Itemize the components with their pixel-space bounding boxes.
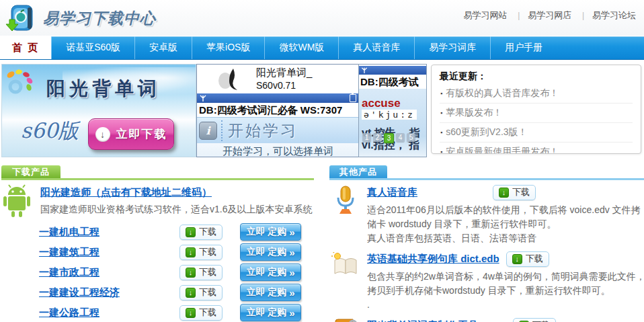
banner-download-label: 立即下载	[116, 126, 167, 142]
download-arrow-icon: ↓	[186, 247, 196, 257]
chevron-right-icon: »	[289, 227, 294, 238]
book-icon	[331, 252, 360, 276]
download-button[interactable]: ↓ 下载	[493, 185, 536, 200]
download-button[interactable]: ↓ 下载	[506, 251, 549, 267]
other-product: 英语基础共享例句库 dict.edb ↓ 下载 包含共享的约2w单词音标，4w单…	[329, 251, 644, 312]
product-link[interactable]: 一建机电工程	[39, 226, 179, 239]
order-button-label: 立即 定购	[246, 266, 286, 278]
order-button[interactable]: 立即 定购 »	[240, 264, 301, 281]
product-description: 国家建造师职业资格考试练习软件，适合v1.6及以上版本安卓系统	[40, 204, 312, 216]
menu-selected-label: 开始学习	[221, 120, 298, 141]
download-row: 一建公路工程 ↓ 下载 立即 定购 »	[39, 305, 321, 321]
product-description: 包含共享的约2w单词音标，4w单词的例句，简明词典需要此文件，下 拷贝到手机存储…	[367, 270, 644, 312]
nav-tab[interactable]: 苹果iOS版	[192, 36, 264, 59]
download-arrow-icon: ↓	[186, 308, 196, 318]
download-button-label: 下载	[512, 186, 530, 198]
page-dot[interactable]: 3	[384, 133, 394, 143]
product-link[interactable]: 阳光背单词词库制作工具 UTF8	[367, 319, 506, 322]
section-tab-others[interactable]: 其他产品	[329, 165, 387, 178]
logo[interactable]: 易学习下载中心	[5, 3, 156, 33]
download-arrow-icon: ↓	[95, 127, 110, 142]
chevron-right-icon: »	[289, 307, 294, 319]
nav-tab[interactable]: 真人语音库	[338, 36, 414, 59]
nav-tab[interactable]: 微软WM版	[264, 36, 338, 59]
status-bar	[359, 66, 426, 75]
recent-updates-panel: 最近更新： ▪ 有版权的真人语音库发布！ ▪ 苹果版发布！ ▪ s60更新到V2…	[431, 65, 641, 154]
download-button-label: 下载	[532, 319, 550, 322]
product-link[interactable]: 一建建筑工程	[39, 246, 179, 259]
download-button[interactable]: ↓ 下载	[179, 285, 223, 300]
order-button[interactable]: 立即 定购 »	[240, 243, 301, 261]
update-item-label: 苹果版发布！	[446, 107, 502, 119]
nav-tab[interactable]: 诺基亚S60版	[51, 36, 134, 59]
app-name: 阳光背单词_	[256, 67, 312, 79]
nav-tab[interactable]: 安卓版	[134, 36, 192, 59]
chevron-right-icon: »	[289, 287, 294, 298]
nav-tab-home[interactable]: 首 页	[0, 36, 51, 59]
download-button[interactable]: ↓ 下载	[513, 318, 556, 322]
download-button-label: 下载	[199, 307, 216, 319]
download-button[interactable]: ↓ 下载	[179, 245, 223, 260]
download-button[interactable]: ↓ 下载	[179, 265, 223, 280]
db-line: DB:四级考试	[359, 75, 426, 89]
order-button[interactable]: 立即 定购 »	[240, 223, 301, 241]
product-link[interactable]: 一建建设工程经济	[39, 286, 179, 299]
download-arrow-icon: ↓	[512, 254, 522, 264]
menu-selected-row[interactable]: i 开始学习	[197, 117, 359, 145]
product-link[interactable]: 一建公路工程	[39, 307, 179, 319]
product-link[interactable]: 阳光建造师（点击有下载地址二维码）	[40, 186, 212, 198]
section-underline-downloads	[1, 178, 314, 180]
phone-screenshot-2: DB:四级考试 accuse ə'kju:z vt.控告， 指 1 2 3 4 …	[358, 64, 427, 157]
update-item-label: 有版权的真人语音库发布！	[446, 87, 559, 99]
link-separator: |	[582, 11, 584, 20]
update-item-label: s60更新到V2.3版！	[446, 126, 527, 138]
bullet-icon: ▪	[440, 90, 442, 97]
product-link[interactable]: 英语基础共享例句库 dict.edb	[367, 253, 499, 266]
product-link[interactable]: 真人语音库	[367, 186, 417, 199]
download-button[interactable]: ↓ 下载	[179, 225, 223, 240]
app-version: S60v0.71	[256, 80, 312, 91]
word-card: accuse ə'kju:z vt.控告， 指 1 2 3 4 5 vi.指控，…	[359, 89, 426, 157]
product-link[interactable]: 一建市政工程	[39, 266, 179, 279]
update-item[interactable]: ▪ s60更新到V2.3版！	[440, 123, 633, 143]
page-dot[interactable]: 2	[373, 133, 382, 142]
other-product: W 阳光背单词词库制作工具 UTF8 ↓ 下载	[329, 317, 644, 322]
recent-updates-title: 最近更新：	[440, 71, 633, 83]
promo-banner[interactable]: 阳光背单词 s60版 ↓ 立即下载	[1, 64, 196, 157]
pagination: 1 2 3 4 5	[362, 133, 415, 143]
page-dot[interactable]: 5	[407, 133, 415, 142]
order-button-label: 立即 定购	[246, 286, 286, 298]
section-tab-downloads[interactable]: 下载产品	[1, 165, 61, 178]
flower-logo-icon	[5, 69, 36, 97]
header-link[interactable]: 易学习网店	[528, 10, 571, 20]
download-button-label: 下载	[199, 246, 216, 258]
android-icon	[1, 184, 32, 218]
download-button[interactable]: ↓ 下载	[179, 305, 223, 321]
description-line: 包含共享的约2w单词音标，4w单词的例句，简明词典需要此文件，下	[367, 270, 644, 284]
main-nav: 首 页 诺基亚S60版 安卓版 苹果iOS版 微软WM版 真人语音库 易学习词库…	[0, 36, 644, 59]
update-item[interactable]: ▪ 有版权的真人语音库发布！	[440, 84, 633, 104]
download-arrow-icon: ↓	[186, 268, 196, 278]
battery-icon	[350, 94, 356, 102]
recent-updates-list: ▪ 有版权的真人语音库发布！ ▪ 苹果版发布！ ▪ s60更新到V2.3版！ ▪…	[440, 84, 633, 154]
order-button[interactable]: 立即 定购 »	[240, 284, 301, 301]
header-link[interactable]: 易学习网站	[464, 10, 508, 20]
download-button-label: 下载	[526, 253, 543, 265]
order-button[interactable]: 立即 定购 »	[240, 304, 301, 321]
status-bar	[197, 93, 359, 103]
banner-download-button[interactable]: ↓ 立即下载	[88, 118, 174, 150]
nav-tab[interactable]: 用户手册	[490, 36, 557, 59]
page-dot[interactable]: 4	[396, 133, 405, 142]
update-item[interactable]: ▪ 安卓版最新使用手册发布！	[440, 143, 633, 154]
download-arrow-icon: ↓	[499, 188, 509, 198]
header-link[interactable]: 易学习论坛	[592, 10, 636, 20]
nav-tab[interactable]: 易学习词库	[414, 36, 490, 59]
download-row: 一建市政工程 ↓ 下载 立即 定购 »	[39, 264, 321, 280]
update-item[interactable]: ▪ 苹果版发布！	[440, 104, 633, 123]
header-links: 易学习网站 | 易学习网店 | 易学习论坛 |	[464, 9, 637, 22]
app-splash: 阳光背单词_ S60v0.71	[197, 65, 359, 93]
section-underline-others	[329, 178, 644, 180]
chevron-right-icon: »	[289, 267, 294, 278]
page-dot[interactable]: 1	[362, 133, 371, 142]
dictionary-tool-icon: W	[333, 319, 358, 322]
